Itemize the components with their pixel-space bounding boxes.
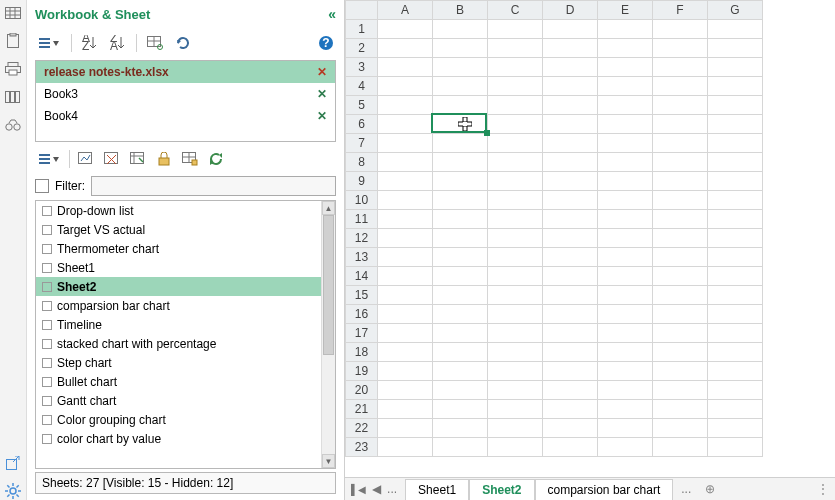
grid-cell[interactable] (378, 58, 433, 77)
clipboard-icon[interactable] (3, 32, 23, 50)
column-header[interactable]: C (488, 1, 543, 20)
sheet-list-item[interactable]: comparsion bar chart (36, 296, 321, 315)
row-header[interactable]: 19 (346, 362, 378, 381)
row-header[interactable]: 23 (346, 438, 378, 457)
sheet-protect-grid-button[interactable] (180, 149, 200, 169)
grid-cell[interactable] (543, 115, 598, 134)
row-header[interactable]: 17 (346, 324, 378, 343)
grid-cell[interactable] (378, 305, 433, 324)
grid-cell[interactable] (488, 305, 543, 324)
sheet-list-item[interactable]: Color grouping chart (36, 410, 321, 429)
grid-cell[interactable] (653, 400, 708, 419)
grid-cell[interactable] (598, 96, 653, 115)
scroll-up-button[interactable]: ▲ (322, 201, 335, 215)
sheet-list-item[interactable]: Drop-down list (36, 201, 321, 220)
sheet-list-item[interactable]: Timeline (36, 315, 321, 334)
grid-cell[interactable] (433, 172, 488, 191)
grid-cell[interactable] (543, 362, 598, 381)
grid-cell[interactable] (488, 438, 543, 457)
grid-cell[interactable] (653, 343, 708, 362)
grid-cell[interactable] (543, 381, 598, 400)
help-button[interactable]: ? (316, 33, 336, 53)
grid-cell[interactable] (488, 267, 543, 286)
grid-tool-button[interactable] (145, 33, 165, 53)
grid-cell[interactable] (378, 400, 433, 419)
grid-cell[interactable] (653, 115, 708, 134)
grid-cell[interactable] (543, 153, 598, 172)
columns-icon[interactable] (3, 88, 23, 106)
grid-cell[interactable] (708, 229, 763, 248)
grid-cell[interactable] (378, 381, 433, 400)
grid-cell[interactable] (378, 210, 433, 229)
workbook-item[interactable]: Book3 ✕ (36, 83, 335, 105)
sheet-checkbox[interactable] (42, 206, 52, 216)
grid-cell[interactable] (708, 381, 763, 400)
row-header[interactable]: 7 (346, 134, 378, 153)
sheet-checkbox[interactable] (42, 339, 52, 349)
grid-cell[interactable] (433, 115, 488, 134)
grid-cell[interactable] (543, 20, 598, 39)
grid-cell[interactable] (598, 153, 653, 172)
column-header[interactable]: A (378, 1, 433, 20)
grid-cell[interactable] (598, 438, 653, 457)
grid-cell[interactable] (708, 210, 763, 229)
grid-cell[interactable] (488, 115, 543, 134)
row-header[interactable]: 10 (346, 191, 378, 210)
grid-cell[interactable] (543, 229, 598, 248)
sort-asc-button[interactable]: AZ (80, 33, 100, 53)
sheet-checkbox[interactable] (42, 301, 52, 311)
grid-cell[interactable] (488, 248, 543, 267)
grid-cell[interactable] (488, 229, 543, 248)
grid-cell[interactable] (653, 438, 708, 457)
grid-cell[interactable] (653, 77, 708, 96)
grid-cell[interactable] (488, 191, 543, 210)
grid-cell[interactable] (543, 343, 598, 362)
sheet-list-item[interactable]: color chart by value (36, 429, 321, 448)
grid-cell[interactable] (433, 58, 488, 77)
grid-cell[interactable] (378, 96, 433, 115)
grid-cell[interactable] (378, 248, 433, 267)
grid-cell[interactable] (708, 115, 763, 134)
grid-cell[interactable] (543, 134, 598, 153)
grid-cell[interactable] (378, 134, 433, 153)
grid-cell[interactable] (653, 96, 708, 115)
grid-cell[interactable] (653, 39, 708, 58)
grid-cell[interactable] (543, 286, 598, 305)
grid-cell[interactable] (653, 248, 708, 267)
row-header[interactable]: 2 (346, 39, 378, 58)
panel-collapse-button[interactable]: « (328, 6, 336, 22)
scroll-thumb[interactable] (323, 215, 334, 355)
list-menu-button[interactable] (35, 33, 63, 53)
grid-cell[interactable] (378, 229, 433, 248)
grid-cell[interactable] (598, 381, 653, 400)
grid-cell[interactable] (708, 362, 763, 381)
grid-cell[interactable] (433, 153, 488, 172)
grid-cell[interactable] (708, 172, 763, 191)
column-header[interactable]: B (433, 1, 488, 20)
select-all-cell[interactable] (346, 1, 378, 20)
column-header[interactable]: E (598, 1, 653, 20)
grid-cell[interactable] (708, 343, 763, 362)
grid-cell[interactable] (598, 20, 653, 39)
grid-cell[interactable] (598, 77, 653, 96)
sheet-list-item[interactable]: Sheet2 (36, 277, 321, 296)
grid-cell[interactable] (488, 419, 543, 438)
grid-cell[interactable] (378, 362, 433, 381)
grid-cell[interactable] (488, 362, 543, 381)
grid-cell[interactable] (543, 438, 598, 457)
grid-cell[interactable] (543, 324, 598, 343)
grid-cell[interactable] (708, 96, 763, 115)
sheet-checkbox[interactable] (42, 282, 52, 292)
row-header[interactable]: 3 (346, 58, 378, 77)
grid-cell[interactable] (598, 324, 653, 343)
grid-cell[interactable] (708, 39, 763, 58)
grid-cell[interactable] (488, 210, 543, 229)
row-header[interactable]: 6 (346, 115, 378, 134)
grid-cell[interactable] (488, 77, 543, 96)
grid-cell[interactable] (433, 381, 488, 400)
grid-cell[interactable] (433, 96, 488, 115)
sheet-action-3-button[interactable] (128, 149, 148, 169)
grid-cell[interactable] (653, 324, 708, 343)
sheet-checkbox[interactable] (42, 225, 52, 235)
grid-cell[interactable] (433, 210, 488, 229)
